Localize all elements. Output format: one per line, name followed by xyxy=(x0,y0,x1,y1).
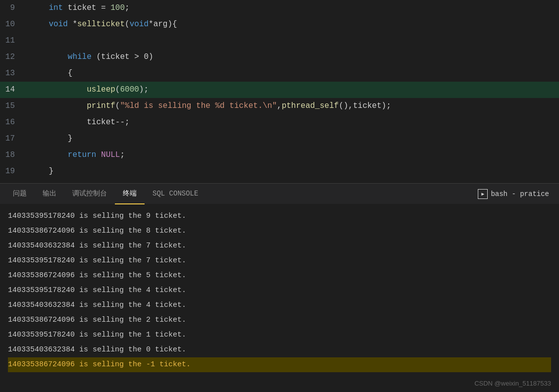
tab-sql-console[interactable]: SQL CONSOLE xyxy=(145,184,206,204)
line-number: 15 xyxy=(0,98,25,114)
code-content: usleep(6000); xyxy=(25,82,559,98)
code-line-9: 9 int ticket = 100; xyxy=(0,0,559,16)
terminal-line: 140335395178240 is selling the 1 ticket. xyxy=(8,328,551,343)
line-number: 18 xyxy=(0,147,25,163)
line-number: 10 xyxy=(0,16,25,33)
line-number: 16 xyxy=(0,114,25,131)
terminal-line: 140335386724096 is selling the 5 ticket. xyxy=(8,268,551,283)
terminal-line: 140335386724096 is selling the -1 ticket… xyxy=(8,357,551,372)
line-number: 19 xyxy=(0,163,25,180)
code-content: } xyxy=(25,163,559,180)
code-content: } xyxy=(25,131,559,147)
bash-label: bash - pratice xyxy=(491,190,549,198)
terminal-output: 140335395178240 is selling the 9 ticket.… xyxy=(0,204,559,392)
code-content: return NULL; xyxy=(25,147,559,163)
code-content: while (ticket > 0) xyxy=(25,49,559,65)
terminal-icon: ▶ xyxy=(478,189,488,199)
code-editor: 9 int ticket = 100;10 void *sellticket(v… xyxy=(0,0,559,183)
terminal-line: 140335403632384 is selling the 7 ticket. xyxy=(8,239,551,253)
code-line-14: 14 usleep(6000); xyxy=(0,82,559,98)
tab-问题[interactable]: 问题 xyxy=(5,184,35,204)
code-line-16: 16 ticket--; xyxy=(0,114,559,131)
terminal-line: 140335386724096 is selling the 2 ticket. xyxy=(8,313,551,328)
terminal-line: 140335403632384 is selling the 0 ticket. xyxy=(8,343,551,357)
bash-indicator: ▶bash - pratice xyxy=(473,189,554,199)
code-line-17: 17 } xyxy=(0,131,559,147)
code-content: { xyxy=(25,65,559,82)
code-content: int ticket = 100; xyxy=(25,0,559,16)
code-content: void *sellticket(void*arg){ xyxy=(25,16,559,33)
code-content: ticket--; xyxy=(25,114,559,131)
tab-调试控制台[interactable]: 调试控制台 xyxy=(64,184,115,204)
terminal-line: 140335386724096 is selling the 8 ticket. xyxy=(8,224,551,239)
code-line-19: 19 } xyxy=(0,163,559,180)
code-content: printf("%ld is selling the %d ticket.\n"… xyxy=(25,98,559,114)
tab-终端[interactable]: 终端 xyxy=(115,184,145,204)
line-number: 9 xyxy=(0,0,25,16)
code-line-10: 10 void *sellticket(void*arg){ xyxy=(0,16,559,33)
csdn-watermark: CSDN @weixin_51187533 xyxy=(474,380,551,387)
code-line-12: 12 while (ticket > 0) xyxy=(0,49,559,65)
line-number: 13 xyxy=(0,65,25,82)
line-number: 17 xyxy=(0,131,25,147)
terminal-line: 140335395178240 is selling the 4 ticket. xyxy=(8,283,551,298)
terminal-line: 140335395178240 is selling the 9 ticket. xyxy=(8,209,551,224)
line-number: 14 xyxy=(0,82,25,98)
code-line-18: 18 return NULL; xyxy=(0,147,559,163)
terminal-tabs: 问题输出调试控制台终端SQL CONSOLE▶bash - pratice xyxy=(0,183,559,204)
code-line-15: 15 printf("%ld is selling the %d ticket.… xyxy=(0,98,559,114)
line-number: 12 xyxy=(0,49,25,65)
code-line-13: 13 { xyxy=(0,65,559,82)
terminal-line: 140335395178240 is selling the 7 ticket. xyxy=(8,253,551,268)
line-number: 11 xyxy=(0,33,25,49)
terminal-line: 140335403632384 is selling the 4 ticket. xyxy=(8,298,551,313)
code-line-11: 11 xyxy=(0,33,559,49)
tab-输出[interactable]: 输出 xyxy=(35,184,64,204)
